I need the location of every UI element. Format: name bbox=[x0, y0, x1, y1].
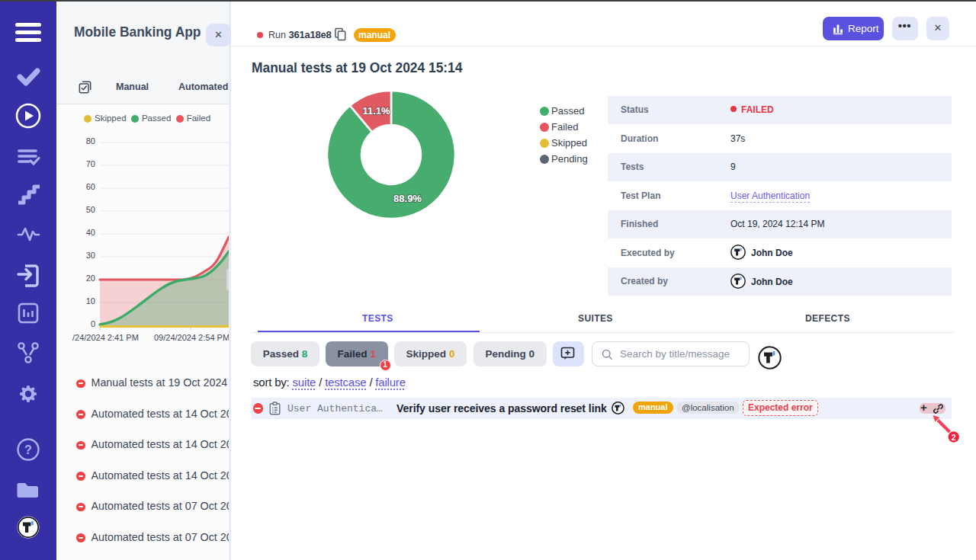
svg-text:?: ? bbox=[24, 443, 32, 456]
svg-text:11.1%: 11.1% bbox=[362, 105, 390, 117]
svg-text:88.9%: 88.9% bbox=[393, 193, 422, 204]
svg-text:2: 2 bbox=[952, 433, 956, 442]
